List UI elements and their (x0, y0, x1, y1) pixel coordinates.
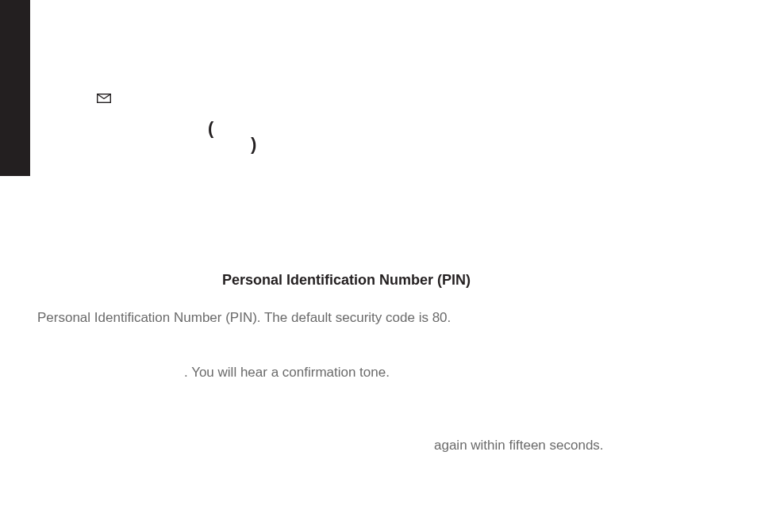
paren-left: ( (208, 118, 213, 139)
page-content: ( ) Personal Identification Number (PIN)… (0, 0, 757, 532)
section-heading: Personal Identification Number (PIN) (222, 272, 471, 289)
paren-right: ) (251, 134, 256, 155)
body-line-3: again within fifteen seconds. (434, 438, 604, 454)
mail-icon (97, 92, 111, 101)
body-line-1: Personal Identification Number (PIN). Th… (37, 310, 451, 326)
body-line-2: . You will hear a confirmation tone. (184, 365, 390, 381)
